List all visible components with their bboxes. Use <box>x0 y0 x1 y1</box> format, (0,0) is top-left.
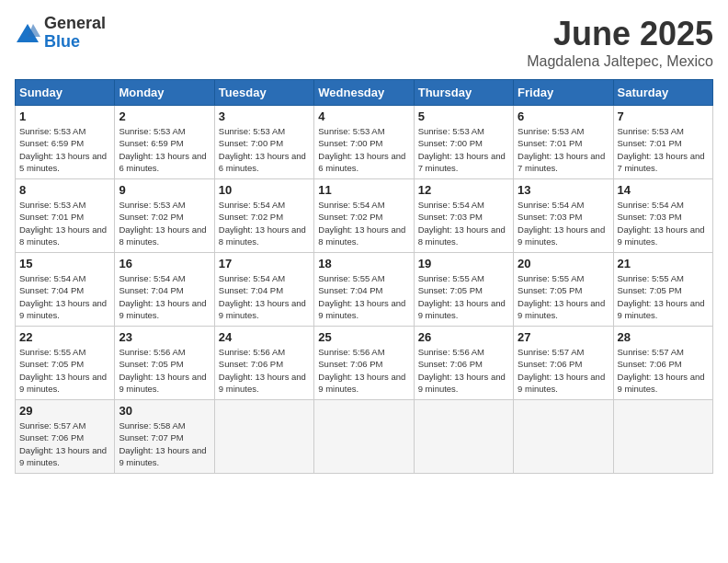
header-saturday: Saturday <box>613 80 712 106</box>
weekday-header-row: Sunday Monday Tuesday Wednesday Thursday… <box>16 80 713 106</box>
table-row: 16 Sunrise: 5:54 AMSunset: 7:04 PMDaylig… <box>115 253 214 327</box>
table-row: 14 Sunrise: 5:54 AMSunset: 7:03 PMDaylig… <box>613 179 712 253</box>
day-info: Sunrise: 5:55 AMSunset: 7:04 PMDaylight:… <box>318 273 405 320</box>
table-row <box>214 400 313 474</box>
day-info: Sunrise: 5:53 AMSunset: 7:01 PMDaylight:… <box>618 126 705 173</box>
day-number: 1 <box>19 109 110 123</box>
table-row: 29 Sunrise: 5:57 AMSunset: 7:06 PMDaylig… <box>16 400 115 474</box>
table-row: 23 Sunrise: 5:56 AMSunset: 7:05 PMDaylig… <box>115 327 214 400</box>
table-row: 22 Sunrise: 5:55 AMSunset: 7:05 PMDaylig… <box>16 327 115 400</box>
header-friday: Friday <box>514 80 613 106</box>
table-row <box>514 400 613 474</box>
calendar-table: Sunday Monday Tuesday Wednesday Thursday… <box>15 79 713 474</box>
table-row: 21 Sunrise: 5:55 AMSunset: 7:05 PMDaylig… <box>613 253 712 327</box>
logo-icon <box>15 22 40 48</box>
table-row: 1 Sunrise: 5:53 AMSunset: 6:59 PMDayligh… <box>16 106 115 179</box>
table-row: 27 Sunrise: 5:57 AMSunset: 7:06 PMDaylig… <box>514 327 613 400</box>
day-number: 8 <box>19 183 110 197</box>
day-number: 7 <box>618 109 709 123</box>
day-info: Sunrise: 5:58 AMSunset: 7:07 PMDaylight:… <box>119 420 206 467</box>
day-number: 20 <box>518 257 609 270</box>
calendar-week-1: 1 Sunrise: 5:53 AMSunset: 6:59 PMDayligh… <box>16 106 713 179</box>
calendar-week-4: 22 Sunrise: 5:55 AMSunset: 7:05 PMDaylig… <box>16 327 713 400</box>
day-info: Sunrise: 5:57 AMSunset: 7:06 PMDaylight:… <box>518 347 605 394</box>
table-row: 28 Sunrise: 5:57 AMSunset: 7:06 PMDaylig… <box>613 327 712 400</box>
day-number: 2 <box>119 109 210 123</box>
day-number: 9 <box>119 183 210 197</box>
day-info: Sunrise: 5:54 AMSunset: 7:04 PMDaylight:… <box>19 273 107 320</box>
day-info: Sunrise: 5:57 AMSunset: 7:06 PMDaylight:… <box>618 347 705 394</box>
table-row <box>314 400 414 474</box>
calendar-title: June 2025 <box>527 15 713 53</box>
day-number: 23 <box>119 330 210 344</box>
day-info: Sunrise: 5:54 AMSunset: 7:03 PMDaylight:… <box>518 200 605 247</box>
day-number: 10 <box>219 183 310 197</box>
table-row: 24 Sunrise: 5:56 AMSunset: 7:06 PMDaylig… <box>214 327 313 400</box>
table-row: 11 Sunrise: 5:54 AMSunset: 7:02 PMDaylig… <box>314 179 414 253</box>
calendar-week-5: 29 Sunrise: 5:57 AMSunset: 7:06 PMDaylig… <box>16 400 713 474</box>
table-row: 18 Sunrise: 5:55 AMSunset: 7:04 PMDaylig… <box>314 253 414 327</box>
day-info: Sunrise: 5:53 AMSunset: 7:01 PMDaylight:… <box>19 200 107 247</box>
day-number: 16 <box>119 257 210 270</box>
day-number: 22 <box>19 330 110 344</box>
day-number: 29 <box>19 404 110 418</box>
day-info: Sunrise: 5:56 AMSunset: 7:06 PMDaylight:… <box>318 347 405 394</box>
table-row: 12 Sunrise: 5:54 AMSunset: 7:03 PMDaylig… <box>414 179 513 253</box>
table-row: 5 Sunrise: 5:53 AMSunset: 7:00 PMDayligh… <box>414 106 513 179</box>
day-info: Sunrise: 5:53 AMSunset: 7:00 PMDaylight:… <box>219 126 306 173</box>
day-number: 13 <box>518 183 609 197</box>
day-info: Sunrise: 5:53 AMSunset: 7:02 PMDaylight:… <box>119 200 206 247</box>
day-number: 18 <box>318 257 409 270</box>
header-wednesday: Wednesday <box>314 80 414 106</box>
page-header: General Blue June 2025 Magdalena Jaltepe… <box>15 15 713 70</box>
day-info: Sunrise: 5:53 AMSunset: 7:01 PMDaylight:… <box>518 126 605 173</box>
table-row: 8 Sunrise: 5:53 AMSunset: 7:01 PMDayligh… <box>16 179 115 253</box>
table-row <box>613 400 712 474</box>
header-sunday: Sunday <box>16 80 115 106</box>
table-row: 15 Sunrise: 5:54 AMSunset: 7:04 PMDaylig… <box>16 253 115 327</box>
day-number: 19 <box>418 257 509 270</box>
table-row: 10 Sunrise: 5:54 AMSunset: 7:02 PMDaylig… <box>214 179 313 253</box>
day-info: Sunrise: 5:55 AMSunset: 7:05 PMDaylight:… <box>418 273 506 320</box>
day-info: Sunrise: 5:57 AMSunset: 7:06 PMDaylight:… <box>19 420 107 467</box>
day-number: 30 <box>119 404 210 418</box>
logo-text: General Blue <box>44 15 106 52</box>
day-number: 14 <box>618 183 709 197</box>
table-row: 2 Sunrise: 5:53 AMSunset: 6:59 PMDayligh… <box>115 106 214 179</box>
day-info: Sunrise: 5:53 AMSunset: 7:00 PMDaylight:… <box>318 126 405 173</box>
table-row: 4 Sunrise: 5:53 AMSunset: 7:00 PMDayligh… <box>314 106 414 179</box>
day-info: Sunrise: 5:54 AMSunset: 7:02 PMDaylight:… <box>219 200 306 247</box>
day-info: Sunrise: 5:53 AMSunset: 7:00 PMDaylight:… <box>418 126 506 173</box>
header-monday: Monday <box>115 80 214 106</box>
header-tuesday: Tuesday <box>214 80 313 106</box>
day-number: 6 <box>518 109 609 123</box>
table-row: 6 Sunrise: 5:53 AMSunset: 7:01 PMDayligh… <box>514 106 613 179</box>
day-info: Sunrise: 5:54 AMSunset: 7:04 PMDaylight:… <box>119 273 206 320</box>
day-info: Sunrise: 5:54 AMSunset: 7:02 PMDaylight:… <box>318 200 405 247</box>
day-info: Sunrise: 5:55 AMSunset: 7:05 PMDaylight:… <box>518 273 605 320</box>
table-row: 3 Sunrise: 5:53 AMSunset: 7:00 PMDayligh… <box>214 106 313 179</box>
day-number: 25 <box>318 330 409 344</box>
table-row: 7 Sunrise: 5:53 AMSunset: 7:01 PMDayligh… <box>613 106 712 179</box>
table-row: 26 Sunrise: 5:56 AMSunset: 7:06 PMDaylig… <box>414 327 513 400</box>
header-thursday: Thursday <box>414 80 513 106</box>
table-row: 13 Sunrise: 5:54 AMSunset: 7:03 PMDaylig… <box>514 179 613 253</box>
calendar-subtitle: Magdalena Jaltepec, Mexico <box>527 53 713 70</box>
table-row: 17 Sunrise: 5:54 AMSunset: 7:04 PMDaylig… <box>214 253 313 327</box>
day-info: Sunrise: 5:53 AMSunset: 6:59 PMDaylight:… <box>19 126 107 173</box>
table-row: 19 Sunrise: 5:55 AMSunset: 7:05 PMDaylig… <box>414 253 513 327</box>
day-number: 5 <box>418 109 509 123</box>
day-number: 27 <box>518 330 609 344</box>
day-number: 3 <box>219 109 310 123</box>
calendar-week-2: 8 Sunrise: 5:53 AMSunset: 7:01 PMDayligh… <box>16 179 713 253</box>
calendar-week-3: 15 Sunrise: 5:54 AMSunset: 7:04 PMDaylig… <box>16 253 713 327</box>
table-row: 9 Sunrise: 5:53 AMSunset: 7:02 PMDayligh… <box>115 179 214 253</box>
day-info: Sunrise: 5:55 AMSunset: 7:05 PMDaylight:… <box>19 347 107 394</box>
day-info: Sunrise: 5:54 AMSunset: 7:03 PMDaylight:… <box>418 200 506 247</box>
title-area: June 2025 Magdalena Jaltepec, Mexico <box>527 15 713 70</box>
table-row: 30 Sunrise: 5:58 AMSunset: 7:07 PMDaylig… <box>115 400 214 474</box>
day-info: Sunrise: 5:54 AMSunset: 7:03 PMDaylight:… <box>618 200 705 247</box>
day-info: Sunrise: 5:54 AMSunset: 7:04 PMDaylight:… <box>219 273 306 320</box>
day-info: Sunrise: 5:55 AMSunset: 7:05 PMDaylight:… <box>618 273 705 320</box>
day-number: 26 <box>418 330 509 344</box>
